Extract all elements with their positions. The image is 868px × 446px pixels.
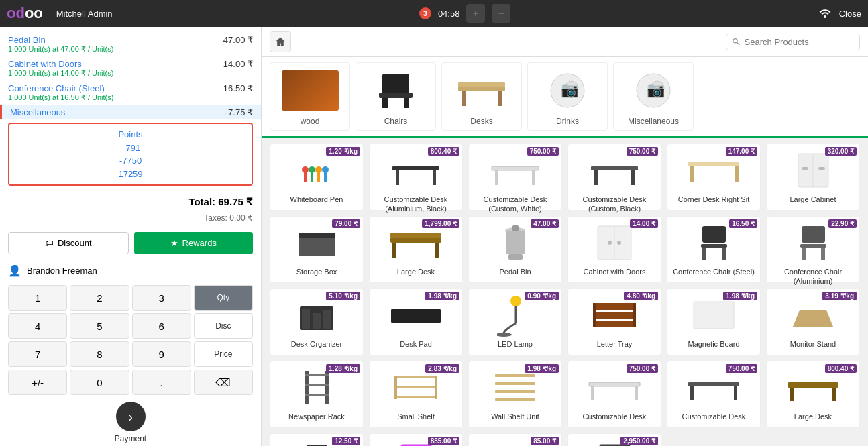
discount-button[interactable]: 🏷 Discount bbox=[8, 232, 129, 254]
loyalty-points-box: Points +791 -7750 17259 bbox=[8, 123, 253, 186]
minus-button[interactable]: − bbox=[492, 4, 510, 23]
svg-rect-91 bbox=[589, 382, 640, 386]
total-value: 69.75 ₹ bbox=[218, 196, 253, 207]
num-3[interactable]: 3 bbox=[132, 285, 191, 311]
product-price: 800.40 ₹ bbox=[428, 147, 459, 156]
product-custom-desk-black[interactable]: 750.00 ₹ Customizable Desk (Custom, Blac… bbox=[567, 144, 661, 211]
product-desk-organizer[interactable]: 5.10 ₹/kg Desk Organizer bbox=[270, 288, 364, 355]
product-price: 2.83 ₹/kg bbox=[425, 364, 459, 373]
category-chairs[interactable]: Chairs bbox=[356, 62, 436, 131]
product-cabinet-doors[interactable]: 14.00 ₹ Cabinet with Doors bbox=[567, 216, 661, 283]
svg-rect-75 bbox=[633, 303, 636, 327]
category-drinks[interactable]: 📷 Drinks bbox=[527, 62, 608, 131]
category-wood-label: wood bbox=[301, 117, 320, 126]
product-price: 750.00 ₹ bbox=[726, 364, 757, 373]
num-6[interactable]: 6 bbox=[132, 313, 191, 339]
order-item-name: Cabinet with Doors bbox=[8, 59, 253, 69]
num-8[interactable]: 8 bbox=[70, 341, 129, 367]
product-cabinet2[interactable]: 2,950.00 ₹ Cabinet bbox=[567, 433, 661, 446]
product-custom-desk-alum[interactable]: 800.40 ₹ Customizable Desk (Aluminium, B… bbox=[369, 144, 463, 211]
next-button[interactable]: › bbox=[116, 402, 146, 431]
product-price: 1.98 ₹/kg bbox=[723, 292, 757, 300]
product-name: Desk Pad bbox=[374, 339, 458, 349]
backspace-button[interactable]: ⌫ bbox=[194, 370, 253, 395]
product-pedal-bin[interactable]: 47.00 ₹ Pedal Bin bbox=[468, 216, 562, 283]
order-item-selected[interactable]: -7.75 ₹ Miscellaneous 1.000 Unit(s) at -… bbox=[0, 105, 261, 119]
disc-button[interactable]: Disc bbox=[194, 313, 253, 339]
product-name: Large Desk bbox=[374, 267, 458, 276]
next-row: › Payment bbox=[0, 399, 261, 446]
product-monitor-stand[interactable]: 3.19 ₹/kg Monitor Stand bbox=[766, 288, 860, 355]
category-chairs-label: Chairs bbox=[384, 117, 408, 126]
product-price: 22.90 ₹ bbox=[828, 219, 857, 228]
product-wall-shelf[interactable]: 1.98 ₹/kg Wall Shelf Unit bbox=[468, 361, 562, 428]
product-desk-pad[interactable]: 1.98 ₹/kg Desk Pad bbox=[369, 288, 463, 355]
product-shelf2[interactable]: 85.00 ₹ Shelf bbox=[468, 433, 562, 446]
product-conf-chair-steel[interactable]: 16.50 ₹ Conference Chair (Steel) bbox=[667, 216, 761, 283]
num-0[interactable]: 0 bbox=[70, 370, 129, 395]
svg-rect-45 bbox=[435, 243, 439, 258]
customer-row[interactable]: 👤 Brandon Freeman bbox=[0, 260, 261, 281]
category-misc[interactable]: 📷 Miscellaneous bbox=[613, 62, 694, 131]
search-box[interactable] bbox=[726, 34, 860, 50]
num-7[interactable]: 7 bbox=[8, 341, 67, 367]
num-9[interactable]: 9 bbox=[132, 341, 191, 367]
product-office-chair[interactable]: 12.50 ₹ Office Chair bbox=[270, 433, 364, 446]
home-button[interactable] bbox=[270, 31, 291, 52]
product-row4-2[interactable]: 750.00 ₹ Customizable Desk bbox=[667, 361, 761, 428]
svg-rect-85 bbox=[394, 376, 397, 399]
order-total: Total: 69.75 ₹ bbox=[0, 190, 261, 213]
search-input[interactable] bbox=[745, 37, 854, 47]
num-4[interactable]: 4 bbox=[8, 313, 67, 339]
product-row4-3[interactable]: 800.40 ₹ Large Desk bbox=[766, 361, 860, 428]
product-newspaper-rack[interactable]: 1.28 ₹/kg Newspaper Rack bbox=[270, 361, 364, 428]
svg-rect-25 bbox=[396, 170, 399, 185]
qty-button[interactable]: Qty bbox=[194, 285, 253, 311]
product-letter-tray[interactable]: 4.80 ₹/kg Letter Tray bbox=[567, 288, 661, 355]
order-item[interactable]: 16.50 ₹ Conference Chair (Steel) 1.000 U… bbox=[0, 80, 261, 105]
product-name: Large Cabinet bbox=[771, 194, 855, 204]
category-wood[interactable]: wood bbox=[270, 62, 350, 131]
svg-rect-46 bbox=[390, 233, 441, 238]
svg-rect-90 bbox=[495, 398, 535, 401]
num-5[interactable]: 5 bbox=[70, 313, 129, 339]
product-storage-box[interactable]: 79.00 ₹ Storage Box bbox=[270, 216, 364, 283]
product-name: Conference Chair (Aluminium) bbox=[771, 267, 855, 286]
taxes-label: Taxes: bbox=[204, 213, 227, 223]
price-button[interactable]: Price bbox=[194, 341, 253, 367]
rewards-button[interactable]: ★ Rewards bbox=[134, 232, 254, 254]
num-dot[interactable]: . bbox=[132, 370, 191, 395]
search-icon bbox=[732, 37, 741, 46]
product-large-desk[interactable]: 1,799.00 ₹ Large Desk bbox=[369, 216, 463, 283]
svg-rect-48 bbox=[506, 231, 525, 254]
num-plusminus[interactable]: +/- bbox=[8, 370, 67, 395]
product-name: Pedal Bin bbox=[473, 267, 557, 276]
category-desks[interactable]: Desks bbox=[441, 62, 522, 131]
odoo-logo: odoo bbox=[7, 5, 43, 22]
order-item[interactable]: 47.00 ₹ Pedal Bin 1.000 Unit(s) at 47.00… bbox=[0, 32, 261, 56]
order-item[interactable]: 14.00 ₹ Cabinet with Doors 1.000 Unit(s)… bbox=[0, 56, 261, 80]
svg-line-1 bbox=[737, 42, 740, 45]
product-storage-unit[interactable]: 885.00 ₹ Storage Unit bbox=[369, 433, 463, 446]
product-large-cabinet[interactable]: 320.00 ₹ Large Cabinet bbox=[766, 144, 860, 211]
product-small-shelf[interactable]: 2.83 ₹/kg Small Shelf bbox=[369, 361, 463, 428]
num-2[interactable]: 2 bbox=[70, 285, 129, 311]
product-conf-chair-alum[interactable]: 22.90 ₹ Conference Chair (Aluminium) bbox=[766, 216, 860, 283]
svg-text:📷: 📷 bbox=[647, 80, 665, 99]
points-label: Points bbox=[13, 128, 248, 142]
num-1[interactable]: 1 bbox=[8, 285, 67, 311]
product-name: Customizable Desk (Custom, Black) bbox=[572, 194, 657, 214]
product-custom-desk-white[interactable]: 750.00 ₹ Customizable Desk (Custom, Whit… bbox=[468, 144, 562, 211]
product-name: Customizable Desk bbox=[572, 412, 657, 421]
svg-rect-64 bbox=[302, 309, 310, 329]
product-row4-1[interactable]: 750.00 ₹ Customizable Desk bbox=[567, 361, 661, 428]
product-corner-desk[interactable]: 147.00 ₹ Corner Desk Right Sit bbox=[667, 144, 761, 211]
add-session-button[interactable]: + bbox=[466, 4, 485, 23]
product-whiteboard-pen[interactable]: 1.20 ₹/kg Whiteboard Pen bbox=[270, 144, 364, 211]
category-misc-label: Miscellaneous bbox=[628, 117, 679, 126]
product-led-lamp[interactable]: 0.90 ₹/kg LED Lamp bbox=[468, 288, 562, 355]
product-magnetic-board[interactable]: 1.98 ₹/kg Magnetic Board bbox=[667, 288, 761, 355]
total-label: Total: bbox=[188, 196, 215, 207]
close-button[interactable]: Close bbox=[839, 9, 861, 19]
svg-rect-56 bbox=[701, 244, 727, 248]
